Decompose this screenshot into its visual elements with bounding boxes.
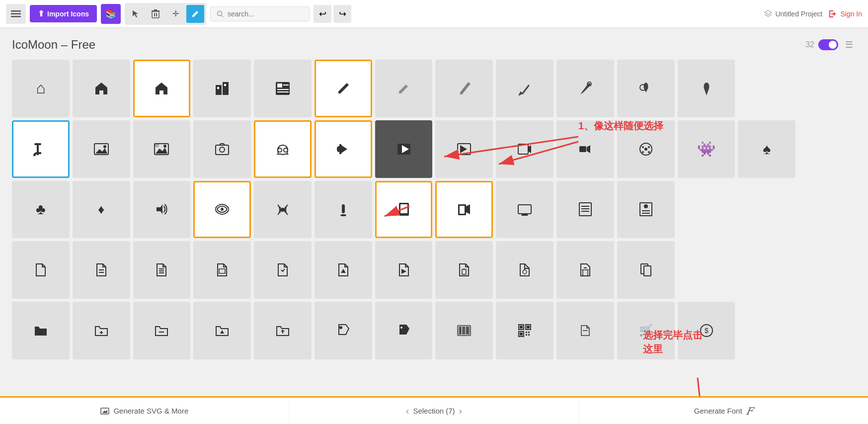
edit-tool-button[interactable] (186, 5, 204, 23)
icon-cell[interactable] (375, 302, 433, 359)
selection-section[interactable]: ‹ Selection (7) › (289, 398, 579, 424)
menu-button[interactable] (6, 4, 26, 24)
icon-cell[interactable]: 👾 (678, 120, 735, 178)
icon-cell[interactable] (12, 302, 70, 359)
icon-cell[interactable] (193, 60, 251, 117)
icon-cell-selected[interactable] (315, 60, 372, 117)
icon-cell-selected[interactable] (254, 120, 312, 178)
svg-rect-107 (526, 332, 527, 333)
icon-cell[interactable] (193, 120, 251, 178)
svg-marker-88 (220, 330, 224, 334)
toggle-switch[interactable] (818, 39, 838, 50)
icon-cell[interactable] (496, 120, 553, 178)
icon-grid-row3: ♣ ♦ (12, 181, 856, 239)
svg-rect-57 (402, 214, 406, 216)
icon-cell[interactable] (678, 60, 735, 117)
svg-text:✛: ✛ (172, 9, 179, 18)
icon-cell[interactable] (435, 60, 493, 117)
icon-cell[interactable] (193, 241, 251, 299)
icon-cell[interactable] (556, 181, 614, 239)
svg-marker-75 (341, 269, 346, 273)
library-controls: 32 ☰ (805, 38, 856, 52)
icon-cell-selected[interactable] (435, 181, 493, 239)
redo-button[interactable]: ↪ (333, 5, 351, 23)
icon-cell[interactable] (375, 120, 433, 178)
icon-cell[interactable]: ♣ (12, 181, 70, 239)
icon-cell[interactable] (617, 241, 675, 299)
icon-cell[interactable] (73, 120, 130, 178)
icon-cell[interactable] (133, 241, 191, 299)
icon-cell[interactable] (254, 181, 312, 239)
icon-cell[interactable] (496, 302, 553, 359)
svg-point-92 (400, 327, 402, 329)
svg-marker-12 (765, 10, 772, 14)
icon-cell-selected-blue[interactable] (12, 120, 70, 178)
icon-cell-selected[interactable] (193, 181, 251, 239)
svg-point-34 (220, 147, 225, 152)
icon-cell[interactable] (375, 241, 433, 299)
move-icon: ✛ (171, 9, 180, 18)
icon-cell[interactable] (73, 241, 130, 299)
cursor-icon (131, 9, 140, 18)
icon-cell[interactable] (12, 241, 70, 299)
search-box[interactable] (210, 6, 310, 21)
icon-cell[interactable] (556, 241, 614, 299)
select-tool-button[interactable] (127, 5, 145, 23)
trash-icon (152, 9, 159, 18)
icon-cell[interactable] (617, 60, 675, 117)
icon-cell[interactable]: ♦ (73, 181, 130, 239)
generate-svg-section[interactable]: Generate SVG & More (0, 398, 289, 424)
icon-cell[interactable] (315, 302, 372, 359)
search-input[interactable] (228, 10, 302, 18)
icon-cell[interactable] (193, 302, 251, 359)
svg-point-66 (644, 204, 648, 208)
icon-cell[interactable] (435, 120, 493, 178)
icon-cell[interactable] (496, 60, 553, 117)
icon-cell[interactable] (556, 60, 614, 117)
icon-cell-selected[interactable] (315, 120, 372, 178)
font-icon: 𝐹 (746, 405, 753, 417)
svg-rect-32 (154, 143, 159, 147)
icon-cell[interactable]: ♠ (738, 120, 795, 178)
icon-cell[interactable] (73, 302, 130, 359)
icon-cell[interactable] (617, 181, 675, 239)
icon-cell-selected[interactable] (375, 181, 433, 239)
icon-cell[interactable] (254, 241, 312, 299)
icon-cell[interactable] (254, 302, 312, 359)
icon-grid-row2: 👾 ♠ (12, 120, 856, 178)
icon-cell[interactable]: ⌂ (12, 60, 70, 117)
sign-in-button[interactable]: Sign In (828, 9, 862, 18)
menu-icon (11, 10, 21, 17)
icon-cell[interactable] (133, 302, 191, 359)
icon-cell[interactable] (556, 302, 614, 359)
svg-marker-120 (102, 410, 107, 413)
move-tool-button[interactable]: ✛ (166, 5, 184, 23)
icon-cell[interactable] (254, 60, 312, 117)
svg-point-49 (642, 151, 644, 153)
icon-cell[interactable] (133, 120, 191, 178)
library-button[interactable]: 📚 (101, 4, 121, 24)
icon-count: 32 (805, 40, 814, 49)
icon-cell[interactable] (375, 60, 433, 117)
undo-button[interactable]: ↩ (314, 5, 331, 23)
icon-cell[interactable] (496, 241, 553, 299)
icon-cell-selected[interactable] (133, 60, 191, 117)
icon-cell[interactable] (617, 120, 675, 178)
icon-cell[interactable]: $ (678, 302, 735, 359)
icon-cell[interactable] (435, 241, 493, 299)
generate-font-section[interactable]: Generate Font 𝐹 (579, 398, 868, 424)
icon-cell[interactable]: 🛒 (617, 302, 675, 359)
icon-cell[interactable] (133, 181, 191, 239)
icon-cell[interactable] (315, 241, 372, 299)
import-icons-button[interactable]: ⬆ Import Icons (30, 5, 97, 22)
generate-svg-label: Generate SVG & More (113, 407, 188, 415)
icon-cell[interactable] (73, 60, 130, 117)
icon-cell[interactable] (315, 181, 372, 239)
delete-tool-button[interactable] (147, 5, 164, 23)
svg-rect-6 (156, 13, 157, 16)
icon-cell[interactable] (496, 181, 553, 239)
svg-point-48 (644, 148, 647, 151)
list-view-button[interactable]: ☰ (842, 38, 856, 52)
icon-cell[interactable] (556, 120, 614, 178)
icon-cell[interactable] (435, 302, 493, 359)
